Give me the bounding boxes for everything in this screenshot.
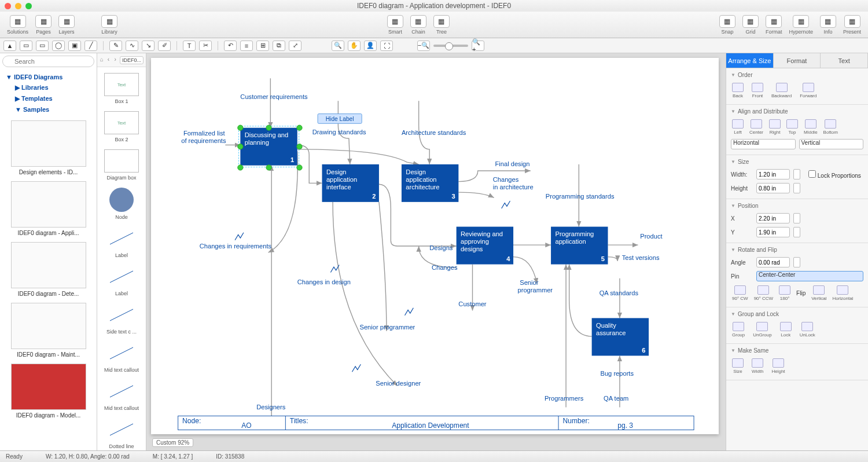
right-toolbar-present[interactable]: ▦Present xyxy=(841,14,863,36)
sample-thumb[interactable]: IDEF0 diagram - Maint... xyxy=(3,303,93,358)
person-tool[interactable]: 👤 xyxy=(364,41,377,51)
y-input[interactable] xyxy=(756,227,790,237)
section-same[interactable]: Make Same xyxy=(731,347,863,356)
section-rotate[interactable]: Rotate and Flip xyxy=(731,247,863,255)
angle-input[interactable] xyxy=(756,257,790,267)
shape-box-2[interactable]: TextBox 2 xyxy=(97,108,146,146)
section-order[interactable]: Order xyxy=(731,72,863,80)
insp-height[interactable]: Height xyxy=(771,358,785,374)
insp-180-[interactable]: 180° xyxy=(779,285,790,301)
shapes-crumb[interactable]: IDEF0... xyxy=(120,56,144,64)
align-vertical-select[interactable]: Vertical xyxy=(799,139,864,149)
insp-back[interactable]: Back xyxy=(732,83,744,98)
right-toolbar-grid[interactable]: ▦Grid xyxy=(740,14,761,36)
diagram-box-4[interactable]: Reviewing andapprovingdesigns4 xyxy=(457,227,513,265)
drawing-canvas[interactable]: Discussing andplanning1Designapplication… xyxy=(151,58,719,434)
select-tool[interactable]: ▲ xyxy=(3,41,16,51)
y-stepper[interactable] xyxy=(793,227,800,237)
right-toolbar-info[interactable]: ▦Info xyxy=(818,14,838,36)
zoom-tool[interactable]: 🔍 xyxy=(332,41,344,51)
zoom-in[interactable]: 🔍+ xyxy=(472,41,484,51)
nav-templates[interactable]: ▶ Templates xyxy=(5,93,92,104)
left-toolbar-pages[interactable]: ▦Pages xyxy=(33,14,54,36)
section-align[interactable]: Align and Distribute xyxy=(731,108,863,117)
insp-size[interactable]: Size xyxy=(732,358,744,374)
insp-top[interactable]: Top xyxy=(786,119,798,135)
eyedropper-tool[interactable]: ✐ xyxy=(158,41,171,51)
shapes-home-icon[interactable]: ⌂ xyxy=(100,56,104,64)
insp-90-ccw[interactable]: 90° CCW xyxy=(754,285,773,301)
insp-backward[interactable]: Backward xyxy=(771,83,792,98)
insp-unlock[interactable]: UnLock xyxy=(800,322,815,338)
sample-thumb[interactable]: IDEF0 diagram - Appli... xyxy=(3,181,93,236)
diagram-box-1[interactable]: Discussing andplanning1 xyxy=(238,125,302,170)
shape-diagram-box[interactable]: Diagram box xyxy=(97,146,146,184)
shape-node[interactable]: Node xyxy=(97,184,146,223)
rect-tool[interactable]: ▭ xyxy=(36,41,49,51)
left-toolbar-layers[interactable]: ▦Layers xyxy=(56,14,77,36)
left-toolbar-solutions[interactable]: ▦Solutions xyxy=(5,14,31,36)
group-tool[interactable]: ⧉ xyxy=(273,41,285,51)
insp-center[interactable]: Center xyxy=(749,119,763,135)
text-tool[interactable]: T xyxy=(183,41,196,51)
zoom-out[interactable]: −🔍 xyxy=(417,41,430,51)
x-input[interactable] xyxy=(756,213,790,223)
tab-format[interactable]: Format xyxy=(774,53,821,68)
lock-proportions-checkbox[interactable] xyxy=(808,170,816,178)
align-tool[interactable]: ≡ xyxy=(240,41,253,51)
hand-tool[interactable]: ✋ xyxy=(348,41,361,51)
zoom-window[interactable] xyxy=(25,3,32,9)
section-group[interactable]: Group and Lock xyxy=(731,311,863,320)
height-stepper[interactable] xyxy=(793,183,800,193)
nav-libraries[interactable]: ▶ Libraries xyxy=(5,82,92,93)
center-toolbar-chain[interactable]: ▦Chain xyxy=(408,14,429,36)
insp-right[interactable]: Right xyxy=(769,119,781,135)
width-input[interactable] xyxy=(756,169,790,179)
sample-thumb[interactable]: Design elements - ID... xyxy=(3,120,93,175)
crop-tool[interactable]: ✂ xyxy=(199,41,212,51)
curve-tool[interactable]: ∿ xyxy=(126,41,138,51)
distribute-tool[interactable]: ⊞ xyxy=(256,41,269,51)
shape-side-text-c-[interactable]: Side text c ... xyxy=(97,300,146,338)
insp-ungroup[interactable]: UnGroup xyxy=(753,322,771,338)
align-horizontal-select[interactable]: Horizontal xyxy=(731,139,796,149)
pen-tool[interactable]: ✎ xyxy=(109,41,122,51)
zoom-readout[interactable]: Custom 92% xyxy=(152,438,193,447)
nav-root[interactable]: ▼ IDEF0 Diagrams xyxy=(5,72,92,82)
fit-tool[interactable]: ⛶ xyxy=(380,41,393,51)
shape-tool[interactable]: ▣ xyxy=(68,41,81,51)
shape-label[interactable]: Label xyxy=(97,223,146,262)
sample-thumb[interactable]: IDEF0 diagram - Model... xyxy=(3,364,93,419)
undo-tool[interactable]: ↶ xyxy=(224,41,237,51)
shape-mid-text-callout[interactable]: Mid text callout xyxy=(97,338,146,376)
shape-dotted-line[interactable]: Dotted line xyxy=(97,415,146,450)
minimize-window[interactable] xyxy=(15,3,21,9)
shape-label[interactable]: Label xyxy=(97,262,146,300)
diagram-box-5[interactable]: Programmingapplication5 xyxy=(551,227,608,265)
insp-width[interactable]: Width xyxy=(752,358,763,374)
insp-forward[interactable]: Forward xyxy=(800,83,816,98)
line-tool[interactable]: ╱ xyxy=(84,41,97,51)
right-toolbar-snap[interactable]: ▦Snap xyxy=(717,14,738,36)
insp-front[interactable]: Front xyxy=(752,83,763,98)
left-toolbar-library[interactable]: ▦Library xyxy=(99,14,120,36)
insp-90-cw[interactable]: 90° CW xyxy=(732,285,748,301)
angle-stepper[interactable] xyxy=(793,257,800,267)
insp-middle[interactable]: Middle xyxy=(804,119,818,135)
diagram-box-6[interactable]: Qualityassurance6 xyxy=(592,318,649,355)
x-stepper[interactable] xyxy=(793,213,800,223)
width-stepper[interactable] xyxy=(793,169,800,179)
insp-flip-horizontal[interactable]: Horizontal xyxy=(832,285,853,301)
tab-arrange[interactable]: Arrange & Size xyxy=(726,53,774,68)
insp-bottom[interactable]: Bottom xyxy=(823,119,838,135)
shapes-back-icon[interactable]: ‹ xyxy=(106,56,111,64)
insp-flip-vertical[interactable]: Vertical xyxy=(811,285,826,301)
shape-box-1[interactable]: TextBox 1 xyxy=(97,69,146,108)
ellipse-tool[interactable]: ◯ xyxy=(52,41,65,51)
diagram-box-3[interactable]: Designapplicationarchitecture3 xyxy=(402,164,458,202)
shapes-fwd-icon[interactable]: › xyxy=(113,56,117,64)
hide-label-button[interactable]: Hide Label xyxy=(318,114,362,124)
sample-thumb[interactable]: IDEF0 diagram - Dete... xyxy=(3,242,93,297)
connector-tool[interactable]: ↘ xyxy=(142,41,155,51)
marquee-tool[interactable]: ▭ xyxy=(20,41,32,51)
